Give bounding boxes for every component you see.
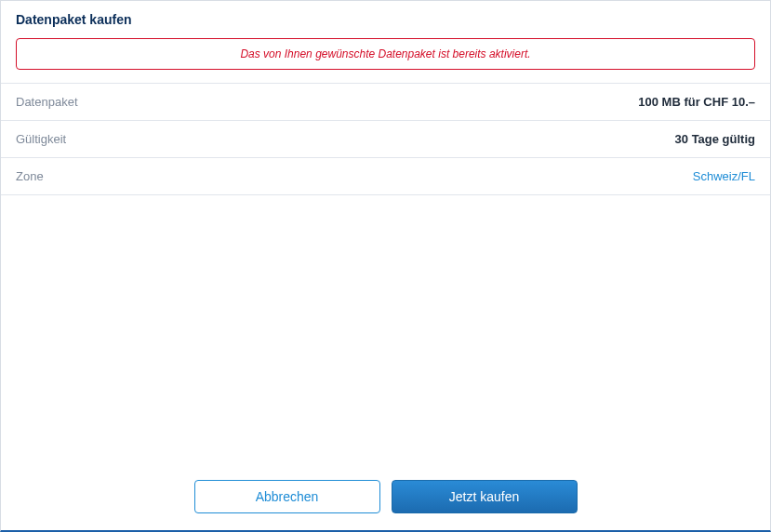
row-validity: Gültigkeit 30 Tage gültig [1,121,770,158]
alert-message: Das von Ihnen gewünschte Datenpaket ist … [240,47,530,60]
row-value: 30 Tage gültig [675,132,755,146]
row-label: Gültigkeit [16,132,66,146]
buy-now-button[interactable]: Jetzt kaufen [392,480,578,513]
row-value: 100 MB für CHF 10.– [638,95,755,109]
row-datapackage: Datenpaket 100 MB für CHF 10.– [1,83,770,121]
row-label: Zone [16,169,44,183]
already-activated-alert: Das von Ihnen gewünschte Datenpaket ist … [16,38,755,70]
page-title: Datenpaket kaufen [16,12,755,27]
footer-actions: Abbrechen Jetzt kaufen [1,480,770,513]
buy-data-package-panel: Datenpaket kaufen Das von Ihnen gewünsch… [0,0,771,532]
row-zone: Zone Schweiz/FL [1,158,770,195]
details-list: Datenpaket 100 MB für CHF 10.– Gültigkei… [1,83,770,195]
zone-link[interactable]: Schweiz/FL [693,169,755,183]
cancel-button[interactable]: Abbrechen [194,480,380,513]
row-label: Datenpaket [16,95,78,109]
